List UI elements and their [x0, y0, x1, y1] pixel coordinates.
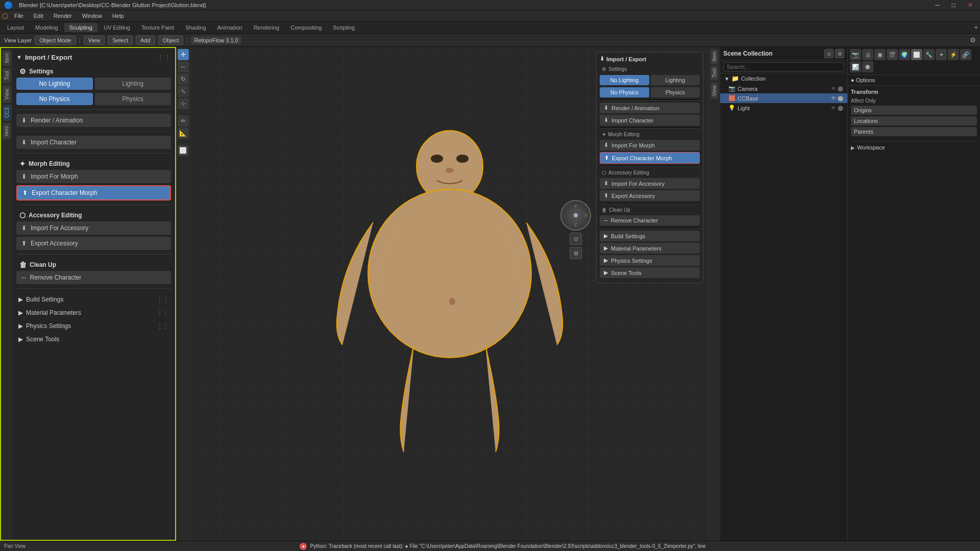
build-settings-menu[interactable]: ⋮⋮ [157, 296, 169, 303]
export-character-morph-btn[interactable]: ⬆ Export Character Morph [16, 185, 171, 201]
scene-tools-header[interactable]: ▶ Scene Tools [16, 333, 171, 346]
render-animation-btn[interactable]: ⬇ Render / Animation [16, 114, 171, 127]
mini-import-for-accessory-btn[interactable]: ⬇ Import For Accessory [600, 178, 700, 189]
add-cube-tool[interactable]: ⬜ [178, 145, 189, 156]
retopo-flow-btn[interactable]: RetopoFlow 3.1.0 [191, 36, 241, 44]
scene-item-ccbase[interactable]: 🧱 CCBase 👁 ⬤ [720, 93, 847, 103]
props-particles-icon[interactable]: ✦ [936, 49, 947, 60]
menu-window[interactable]: Window [78, 12, 106, 20]
origins-btn[interactable]: Origins [851, 106, 977, 115]
annotate-tool[interactable]: ✏ [178, 115, 189, 127]
ccbase-render-icon[interactable]: ⬤ [838, 95, 843, 101]
import-character-btn[interactable]: ⬇ Import Character [16, 136, 171, 149]
props-view-layer-icon[interactable]: ▣ [874, 49, 886, 60]
cursor-tool[interactable]: ✛ [178, 49, 189, 60]
mini-physics-settings[interactable]: ▶ Physics Settings [600, 255, 700, 266]
scene-filter-btn[interactable]: ⊙ [824, 49, 834, 58]
tab-animation[interactable]: Animation [212, 23, 248, 32]
props-output-icon[interactable]: 🖨 [862, 49, 873, 60]
physics-settings-menu[interactable]: ⋮⋮ [157, 322, 169, 330]
right-tab-item[interactable]: Item [710, 49, 718, 64]
tab-rendering[interactable]: Rendering [248, 23, 284, 32]
scene-item-camera[interactable]: 📷 Camera 👁 ⬤ [720, 84, 847, 93]
zoom-perspective-btn[interactable]: ⊙ [570, 233, 582, 245]
menu-file[interactable]: File [10, 12, 28, 20]
menu-render[interactable]: Render [50, 12, 76, 20]
light-eye-icon[interactable]: 👁 [831, 105, 836, 111]
ccbase-eye-icon[interactable]: 👁 [831, 95, 836, 101]
add-btn[interactable]: Add [136, 36, 155, 45]
camera-render-icon[interactable]: ⬤ [838, 86, 843, 91]
minimize-btn[interactable]: ─ [932, 2, 943, 9]
scene-item-light[interactable]: 💡 Light 👁 ⬤ [720, 103, 847, 113]
scene-item-scene-collection[interactable]: ▼ 📁 Collection [720, 73, 847, 84]
mini-lighting-btn[interactable]: Lighting [651, 75, 700, 85]
mini-material-params[interactable]: ▶ Material Parameters [600, 243, 700, 254]
sidebar-tab-tool[interactable]: Tool [3, 68, 11, 83]
mini-import-character-btn[interactable]: ⬇ Import Character [600, 115, 700, 126]
workspace-header[interactable]: ▶ Workspace [851, 144, 977, 151]
sidebar-tab-cc3[interactable]: CC3 [3, 105, 11, 121]
panel-menu-icon[interactable]: ⋮⋮ [157, 53, 171, 61]
tab-shading[interactable]: Shading [180, 23, 211, 32]
import-for-accessory-btn[interactable]: ⬇ Import For Accessory [16, 221, 171, 235]
physics-settings-header[interactable]: ▶ Physics Settings ⋮⋮ [16, 319, 171, 333]
material-params-header[interactable]: ▶ Material Parameters ⋮⋮ [16, 306, 171, 319]
scene-search-input[interactable] [723, 62, 844, 71]
menu-help[interactable]: Help [108, 12, 128, 20]
sidebar-tab-view[interactable]: View [3, 86, 11, 103]
mini-export-accessory-btn[interactable]: ⬆ Export Accessory [600, 190, 700, 201]
measure-tool[interactable]: 📐 [178, 128, 189, 139]
tab-layout[interactable]: Layout [2, 23, 29, 32]
mini-render-animation-btn[interactable]: ⬇ Render / Animation [600, 103, 700, 113]
add-workspace-btn[interactable]: + [974, 23, 978, 31]
remove-character-btn[interactable]: ─ Remove Character [16, 271, 171, 284]
build-settings-header[interactable]: ▶ Build Settings ⋮⋮ [16, 293, 171, 306]
light-render-icon[interactable]: ⬤ [838, 105, 843, 111]
props-constraints-icon[interactable]: 🔗 [960, 49, 971, 60]
scene-settings-btn[interactable]: ⚙ [835, 49, 844, 58]
physics-btn[interactable]: Physics [95, 93, 172, 105]
view-btn[interactable]: View [84, 36, 105, 45]
move-tool[interactable]: ↔ [178, 61, 189, 72]
props-scene-icon[interactable]: 🎬 [887, 49, 898, 60]
sidebar-tab-nms[interactable]: NMS [3, 123, 11, 139]
material-params-menu[interactable]: ⋮⋮ [157, 309, 169, 316]
props-data-icon[interactable]: 📊 [850, 61, 861, 72]
props-physics-icon[interactable]: ⚡ [948, 49, 959, 60]
rotate-tool[interactable]: ↻ [178, 73, 189, 85]
mini-import-for-morph-btn[interactable]: ⬇ Import For Morph [600, 140, 700, 151]
mini-build-settings[interactable]: ▶ Build Settings [600, 231, 700, 241]
panel-collapse-icon[interactable]: ▼ [16, 54, 22, 60]
locations-btn[interactable]: Locations [851, 116, 977, 126]
lighting-btn[interactable]: Lighting [95, 78, 172, 90]
props-world-icon[interactable]: 🌍 [899, 49, 910, 60]
tab-scripting[interactable]: Scripting [328, 23, 360, 32]
no-lighting-btn[interactable]: No Lighting [16, 78, 93, 90]
props-material-icon[interactable]: ⬟ [862, 61, 873, 72]
import-for-morph-btn[interactable]: ⬇ Import For Morph [16, 170, 171, 183]
select-btn[interactable]: Select [108, 36, 133, 45]
settings-icon[interactable]: ⚙ [970, 36, 976, 44]
scale-tool[interactable]: ⤡ [178, 86, 189, 97]
viewport-nav-sphere[interactable]: X Y Z [560, 200, 591, 231]
mini-no-lighting-btn[interactable]: No Lighting [600, 75, 649, 85]
close-btn[interactable]: ✕ [965, 2, 976, 9]
viewport[interactable]: ⬇ Import / Export ⚙ Settings No Lighting… [190, 47, 708, 541]
menu-edit[interactable]: Edit [30, 12, 47, 20]
no-physics-btn[interactable]: No Physics [16, 93, 93, 105]
right-tab-tool[interactable]: Tool [710, 66, 718, 80]
right-tab-view[interactable]: View [710, 83, 718, 99]
zoom-fit-btn[interactable]: ⊞ [570, 247, 582, 259]
mini-scene-tools[interactable]: ▶ Scene Tools [600, 267, 700, 278]
tab-sculpting[interactable]: Sculpting [64, 23, 97, 32]
mini-export-character-morph-btn[interactable]: ⬆ Export Character Morph [600, 152, 700, 164]
props-modifier-icon[interactable]: 🔧 [923, 49, 935, 60]
object-mode-btn[interactable]: Object Mode [35, 36, 76, 45]
tab-modeling[interactable]: Modeling [30, 23, 63, 32]
tab-texture-paint[interactable]: Texture Paint [136, 23, 179, 32]
tab-uv-editing[interactable]: UV Editing [99, 23, 135, 32]
mini-physics-btn[interactable]: Physics [651, 87, 700, 97]
object-btn[interactable]: Object [158, 36, 184, 45]
camera-eye-icon[interactable]: 👁 [831, 86, 836, 91]
